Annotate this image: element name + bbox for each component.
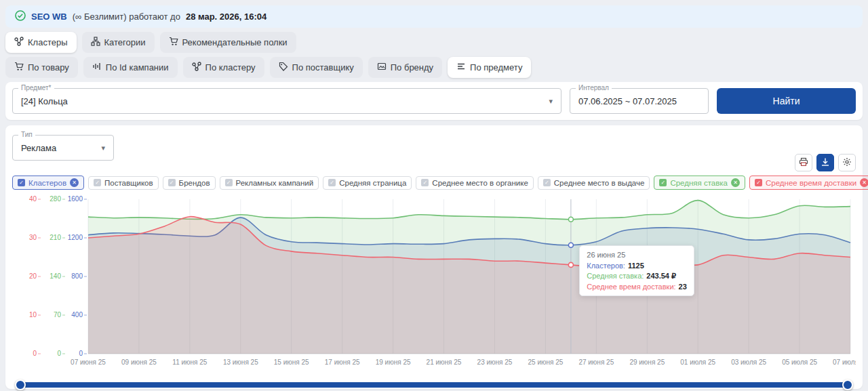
legend-chip-avg-bid[interactable]: ✓ Средняя ставка ✕ [654, 176, 745, 190]
tab-by-brand[interactable]: По бренду [368, 57, 442, 78]
interval-field-label: Интервал [576, 84, 612, 91]
tab-by-subject[interactable]: По предмету [448, 57, 531, 78]
svg-text:05 июля 25: 05 июля 25 [782, 358, 817, 366]
tab-label: По поставщику [292, 62, 354, 73]
svg-text:19 июня 25: 19 июня 25 [376, 358, 411, 366]
svg-text:25 июня 25: 25 июня 25 [528, 358, 563, 366]
secondary-tabs: По товару По Id кампании По кластеру По … [5, 57, 863, 78]
tab-clusters[interactable]: Кластеры [5, 32, 77, 53]
tab-label: Кластеры [28, 37, 68, 47]
legend-label: Поставщиков [104, 179, 153, 187]
check-icon: ✓ [543, 179, 551, 186]
legend-label: Кластеров [28, 179, 66, 187]
legend-chip-ad-campaigns[interactable]: ✓ Рекламных кампаний [220, 176, 319, 190]
legend-chip-avg-page[interactable]: ✓ Средняя страница [323, 176, 412, 190]
campaign-icon [92, 62, 102, 73]
svg-text:800: 800 [71, 272, 83, 280]
check-icon: ✓ [18, 179, 25, 186]
tab-by-product[interactable]: По товару [5, 57, 78, 78]
legend-chip-avg-serp-position[interactable]: ✓ Среднее место в выдаче [538, 176, 650, 190]
legend-chip-avg-organic-position[interactable]: ✓ Среднее место в органике [416, 176, 533, 190]
svg-text:03 июля 25: 03 июля 25 [731, 358, 766, 366]
slider-track[interactable] [20, 382, 848, 388]
svg-text:400: 400 [71, 311, 83, 318]
tab-by-supplier[interactable]: По поставщику [270, 57, 363, 78]
tooltip-label: Среднее время доставки [587, 283, 675, 291]
svg-text:11 июня 25: 11 июня 25 [172, 358, 208, 366]
gear-icon [842, 157, 852, 169]
subject-select-value: [24] Кольца [21, 96, 543, 106]
svg-text:13 июня 25: 13 июня 25 [223, 358, 258, 366]
svg-text:280: 280 [50, 195, 61, 203]
chevron-down-icon [101, 144, 105, 152]
legend-label: Средняя страница [339, 179, 406, 187]
chart-legend: ✓ Кластеров ✕ ✓ Поставщиков ✓ Брендов ✓ … [12, 176, 856, 190]
svg-text:0: 0 [79, 350, 83, 357]
svg-text:140: 140 [50, 272, 61, 280]
chevron-down-icon [549, 97, 553, 106]
svg-text:10: 10 [29, 311, 37, 318]
close-icon[interactable]: ✕ [731, 178, 740, 187]
check-icon: ✓ [168, 179, 176, 186]
svg-text:27 июня 25: 27 июня 25 [578, 358, 614, 366]
legend-label: Среднее место в выдаче [554, 179, 645, 187]
check-icon: ✓ [421, 179, 429, 186]
tooltip-row: Средняя ставка243.54 ₽ [587, 272, 687, 281]
tab-label: По бренду [391, 62, 433, 73]
svg-text:07 июня 25: 07 июня 25 [71, 358, 106, 366]
type-select-label: Тип [18, 131, 35, 138]
svg-text:29 июня 25: 29 июня 25 [629, 358, 665, 366]
interval-field[interactable]: Интервал [570, 88, 709, 114]
svg-text:17 июня 25: 17 июня 25 [325, 358, 360, 366]
legend-label: Среднее время доставки [766, 179, 856, 187]
legend-label: Брендов [179, 179, 210, 187]
type-select[interactable]: Тип Реклама [12, 135, 114, 161]
tab-categories[interactable]: Категории [82, 32, 155, 53]
license-expires: 28 мар. 2026, 16:04 [186, 12, 267, 22]
chart-area: 07 июня 2509 июня 2511 июня 2513 июня 25… [12, 192, 856, 376]
subject-select[interactable]: Предмет* [24] Кольца [12, 88, 561, 114]
printer-icon [799, 157, 808, 169]
slider-handle-right[interactable] [842, 379, 853, 390]
download-button[interactable] [816, 154, 834, 171]
svg-text:01 июля 25: 01 июля 25 [680, 358, 715, 366]
plan-text: (∞ Безлимит) работают до [73, 12, 180, 22]
legend-chip-avg-delivery-time[interactable]: ✓ Среднее время доставки ✕ [749, 176, 868, 190]
check-icon: ✓ [94, 179, 101, 186]
tab-recommendation-shelves[interactable]: Рекомендательные полки [160, 32, 296, 53]
svg-text:30: 30 [29, 234, 37, 241]
legend-chip-clusters[interactable]: ✓ Кластеров ✕ [12, 176, 84, 190]
filter-panel: Предмет* [24] Кольца Интервал Найти [5, 82, 863, 120]
interval-input[interactable] [578, 96, 700, 106]
svg-text:15 июня 25: 15 июня 25 [274, 358, 309, 366]
legend-chip-brands[interactable]: ✓ Брендов [163, 176, 216, 190]
svg-text:70: 70 [54, 311, 62, 318]
svg-text:23 июня 25: 23 июня 25 [477, 358, 513, 366]
print-button[interactable] [795, 154, 812, 171]
tooltip-label: Средняя ставка [587, 272, 644, 280]
line-chart[interactable]: 07 июня 2509 июня 2511 июня 2513 июня 25… [12, 192, 856, 374]
svg-text:07 июля 25: 07 июля 25 [833, 358, 856, 366]
tab-label: По кластеру [205, 62, 256, 73]
search-button[interactable]: Найти [717, 88, 856, 114]
tab-label: По товару [28, 62, 69, 73]
tab-by-campaign-id[interactable]: По Id кампании [83, 57, 178, 78]
tab-by-cluster[interactable]: По кластеру [183, 57, 264, 78]
cart-icon [169, 37, 178, 48]
category-icon [91, 37, 100, 48]
check-icon: ✓ [659, 179, 667, 186]
svg-text:1600: 1600 [68, 195, 83, 203]
close-icon[interactable]: ✕ [70, 178, 79, 187]
close-icon[interactable]: ✕ [860, 178, 868, 187]
app-name: SEO WB [31, 12, 67, 22]
settings-button[interactable] [838, 154, 856, 171]
slider-handle-left[interactable] [15, 379, 26, 390]
list-icon [456, 62, 466, 73]
legend-label: Средняя ставка [670, 179, 728, 187]
tooltip-row: Кластеров1125 [587, 262, 687, 270]
tooltip-value: 243.54 ₽ [646, 272, 676, 280]
chart-range-slider[interactable] [15, 380, 853, 390]
svg-text:09 июня 25: 09 июня 25 [121, 358, 157, 366]
legend-chip-suppliers[interactable]: ✓ Поставщиков [88, 176, 159, 190]
cluster-icon [14, 37, 24, 48]
